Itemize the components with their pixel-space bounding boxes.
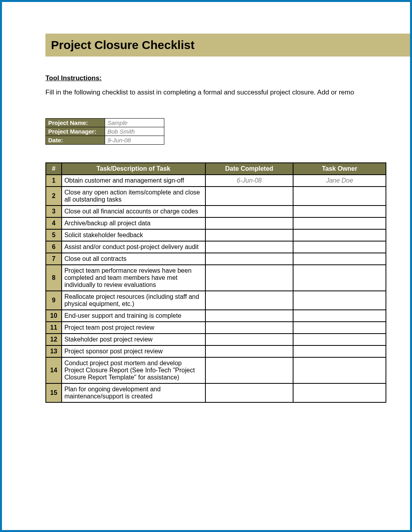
row-date <box>205 229 293 241</box>
info-row-project-manager: Project Manager: Bob Smith <box>46 127 164 136</box>
table-row: 12Stakeholder post project review <box>46 334 386 345</box>
page-title: Project Closure Checklist <box>51 38 404 52</box>
row-task: End-user support and training is complet… <box>62 310 205 322</box>
table-row: 10End-user support and training is compl… <box>46 310 386 322</box>
row-num: 7 <box>46 253 62 265</box>
row-num: 10 <box>46 310 62 322</box>
header-num: # <box>46 163 62 175</box>
table-row: 2Close any open action items/complete an… <box>46 187 386 206</box>
row-task: Project team post project review <box>62 322 205 334</box>
row-task: Project team performance reviews have be… <box>62 265 205 291</box>
row-owner <box>293 345 386 357</box>
row-owner <box>293 229 386 241</box>
row-owner <box>293 334 386 345</box>
row-task: Reallocate project resources (including … <box>62 291 205 310</box>
row-task: Close out all financial accounts or char… <box>62 206 205 217</box>
row-owner <box>293 241 386 253</box>
row-owner <box>293 217 386 229</box>
project-info-table: Project Name: Sample Project Manager: Bo… <box>45 118 164 145</box>
date-value: 9-Jun-08 <box>105 136 164 145</box>
row-task: Close out all contracts <box>62 253 205 265</box>
row-num: 12 <box>46 334 62 345</box>
row-date <box>205 334 293 345</box>
project-manager-label: Project Manager: <box>46 127 105 136</box>
row-date <box>205 310 293 322</box>
title-bar: Project Closure Checklist <box>45 34 410 57</box>
header-task: Task/Description of Task <box>62 163 205 175</box>
row-task: Archive/backup all project data <box>62 217 205 229</box>
instructions-text: Fill in the following checklist to assis… <box>45 89 386 96</box>
project-manager-value: Bob Smith <box>105 127 164 136</box>
table-row: 6Assist and/or conduct post-project deli… <box>46 241 386 253</box>
row-date: 6-Jun-08 <box>205 175 293 187</box>
row-num: 5 <box>46 229 62 241</box>
row-num: 8 <box>46 265 62 291</box>
row-task: Solicit stakeholder feedback <box>62 229 205 241</box>
header-date: Date Completed <box>205 163 293 175</box>
table-row: 1Obtain customer and management sign-off… <box>46 175 386 187</box>
table-row: 8Project team performance reviews have b… <box>46 265 386 291</box>
table-row: 15Plan for ongoing development and maint… <box>46 383 386 402</box>
row-task: Stakeholder post project review <box>62 334 205 345</box>
row-owner <box>293 206 386 217</box>
row-date <box>205 291 293 310</box>
row-date <box>205 217 293 229</box>
row-date <box>205 383 293 402</box>
table-row: 9Reallocate project resources (including… <box>46 291 386 310</box>
row-num: 4 <box>46 217 62 229</box>
row-num: 2 <box>46 187 62 206</box>
table-row: 13Project sponsor post project review <box>46 345 386 357</box>
header-owner: Task Owner <box>293 163 386 175</box>
date-label: Date: <box>46 136 105 145</box>
table-row: 7Close out all contracts <box>46 253 386 265</box>
table-row: 14Conduct project post mortem and develo… <box>46 357 386 383</box>
row-num: 6 <box>46 241 62 253</box>
row-owner <box>293 357 386 383</box>
row-date <box>205 357 293 383</box>
row-task: Assist and/or conduct post-project deliv… <box>62 241 205 253</box>
project-name-label: Project Name: <box>46 119 105 127</box>
row-date <box>205 265 293 291</box>
row-task: Plan for ongoing development and mainten… <box>62 383 205 402</box>
checklist-header-row: # Task/Description of Task Date Complete… <box>46 163 386 175</box>
table-row: 11Project team post project review <box>46 322 386 334</box>
row-owner <box>293 253 386 265</box>
row-owner <box>293 187 386 206</box>
row-num: 15 <box>46 383 62 402</box>
row-date <box>205 206 293 217</box>
row-task: Conduct project post mortem and develop … <box>62 357 205 383</box>
row-owner: Jane Doe <box>293 175 386 187</box>
row-num: 1 <box>46 175 62 187</box>
row-num: 9 <box>46 291 62 310</box>
info-row-date: Date: 9-Jun-08 <box>46 136 164 145</box>
row-owner <box>293 310 386 322</box>
row-date <box>205 253 293 265</box>
row-task: Close any open action items/complete and… <box>62 187 205 206</box>
row-owner <box>293 291 386 310</box>
row-date <box>205 241 293 253</box>
table-row: 3Close out all financial accounts or cha… <box>46 206 386 217</box>
row-owner <box>293 322 386 334</box>
row-date <box>205 187 293 206</box>
info-row-project-name: Project Name: Sample <box>46 119 164 127</box>
row-owner <box>293 383 386 402</box>
row-task: Obtain customer and management sign-off <box>62 175 205 187</box>
row-num: 11 <box>46 322 62 334</box>
row-date <box>205 345 293 357</box>
row-num: 3 <box>46 206 62 217</box>
row-date <box>205 322 293 334</box>
row-owner <box>293 265 386 291</box>
project-name-value: Sample <box>105 119 164 127</box>
instructions-heading: Tool Instructions: <box>45 74 386 82</box>
table-row: 5Solicit stakeholder feedback <box>46 229 386 241</box>
row-num: 14 <box>46 357 62 383</box>
row-num: 13 <box>46 345 62 357</box>
row-task: Project sponsor post project review <box>62 345 205 357</box>
checklist-table: # Task/Description of Task Date Complete… <box>45 162 386 403</box>
table-row: 4Archive/backup all project data <box>46 217 386 229</box>
